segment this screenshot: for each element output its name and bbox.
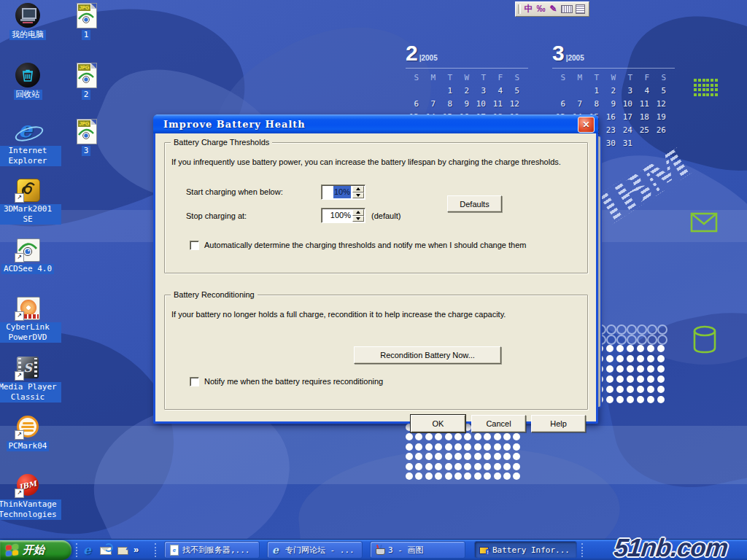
ime-symbol-button[interactable]: ‰ xyxy=(536,3,546,15)
dot xyxy=(606,376,614,383)
calendar-day: 9 xyxy=(456,99,473,109)
spin-up-button[interactable] xyxy=(352,186,364,192)
media-player-classic-icon: S↗ xyxy=(15,355,40,380)
spin-down-icon xyxy=(356,217,360,222)
calendar-day: 1 xyxy=(586,86,603,96)
dot xyxy=(425,472,433,480)
auto-thresholds-checkbox-label[interactable]: Automatically determine the charging thr… xyxy=(204,240,580,251)
wallpaper-grid-icon xyxy=(694,79,719,98)
quick-launch-show-desktop-icon[interactable] xyxy=(117,544,129,556)
dialog-titlebar[interactable]: Improve Battery Health ✕ xyxy=(153,114,598,133)
dot xyxy=(484,463,491,470)
dot xyxy=(503,472,511,480)
calendar-day: 2 xyxy=(603,86,619,96)
task-paint[interactable]: 3 - 画图 xyxy=(370,541,465,559)
improve-battery-health-dialog: Improve Battery Health ✕ Battery Charge … xyxy=(153,114,598,424)
quick-launch-ie-icon[interactable]: e xyxy=(82,544,94,556)
ime-input-mode-button[interactable]: 中 xyxy=(524,3,533,15)
calendar-weekday: S xyxy=(406,73,422,82)
calendar-day: 7 xyxy=(422,99,439,109)
calendar-weekday: T xyxy=(473,73,489,82)
calendar-day: 3 xyxy=(473,86,489,96)
pcmark04[interactable]: ↗PCMark04 xyxy=(0,414,61,451)
dot xyxy=(637,355,644,362)
dot xyxy=(445,463,452,470)
pcmark04-icon: ↗ xyxy=(15,414,40,439)
ime-drag-handle[interactable] xyxy=(518,4,521,14)
calendar-day: 6 xyxy=(406,99,422,109)
spin-up-icon xyxy=(356,209,360,214)
start-button[interactable]: 开始 xyxy=(0,540,71,560)
calendar-day: 8 xyxy=(439,99,456,109)
task-battery-information[interactable]: !Battery Infor... xyxy=(474,541,577,559)
notify-reconditioning-checkbox[interactable] xyxy=(190,377,199,386)
toolbar-grip[interactable] xyxy=(76,543,80,557)
calendar-day: 1 xyxy=(439,86,456,96)
calendar-day: 7 xyxy=(569,99,586,109)
task-server-not-found-label: 找不到服务器,... xyxy=(182,545,250,556)
jpg-1[interactable]: JPG1 xyxy=(53,3,120,40)
acdsee-40-label: ACDSee 4.0 xyxy=(1,264,54,274)
charge-description: If you infrequently use battery power, y… xyxy=(171,158,580,167)
calendar-week-row: 12345 xyxy=(552,83,675,96)
media-player-classic-label: Media Player Classic xyxy=(0,382,61,402)
start-charging-spinner[interactable]: 10% xyxy=(321,184,365,200)
dot xyxy=(647,335,657,345)
dot xyxy=(647,376,654,383)
calendar-weekday: W xyxy=(456,73,473,82)
calendar-day: 3 xyxy=(619,86,636,96)
dot xyxy=(657,376,665,383)
notify-reconditioning-checkbox-label[interactable]: Notify me when the battery requires reco… xyxy=(204,376,554,387)
dot xyxy=(494,433,501,440)
task-forum[interactable]: e专门网论坛 - ... xyxy=(267,541,363,559)
tray-grip[interactable] xyxy=(581,543,585,557)
ime-keyboard-icon[interactable] xyxy=(561,5,573,13)
dot xyxy=(616,355,624,362)
calendar-day: 11 xyxy=(489,99,506,109)
spin-up-icon xyxy=(356,185,360,190)
jpg-3-label: 3 xyxy=(82,146,91,156)
recondition-battery-now-button[interactable]: Recondition Battery Now... xyxy=(354,346,501,364)
ime-pen-icon[interactable]: ✎ xyxy=(549,3,558,15)
3dmark2001-se[interactable]: ↗3DMark2001 SE xyxy=(0,177,61,225)
calendar-day: 18 xyxy=(636,112,653,122)
spin-up-button[interactable] xyxy=(352,209,364,216)
help-button[interactable]: Help xyxy=(531,415,586,432)
defaults-button[interactable]: Defaults xyxy=(447,195,502,212)
dot xyxy=(657,386,665,393)
task-server-not-found[interactable]: e找不到服务器,... xyxy=(164,541,260,559)
media-player-classic[interactable]: S↗Media Player Classic xyxy=(0,355,61,402)
dot xyxy=(616,365,624,373)
jpg-3[interactable]: JPG3 xyxy=(53,119,120,156)
calendar-day: 9 xyxy=(603,99,619,109)
ime-toolbar[interactable]: 中 ‰ ✎ xyxy=(515,1,589,17)
acdsee-40-icon: ↗ xyxy=(15,237,40,262)
calendar-day: 25 xyxy=(636,125,653,135)
quick-launch-chevron-icon[interactable]: » xyxy=(133,544,139,555)
acdsee-40[interactable]: ↗ACDSee 4.0 xyxy=(0,237,61,274)
quick-launch-outlook-express-icon[interactable] xyxy=(99,544,112,556)
calendar-weekday: F xyxy=(489,73,506,82)
ime-menu-icon[interactable] xyxy=(576,4,585,14)
grid-cell xyxy=(706,84,709,87)
dot xyxy=(606,396,614,403)
dot xyxy=(513,463,520,470)
calendar-weekday: M xyxy=(569,73,586,82)
auto-thresholds-checkbox[interactable] xyxy=(190,241,199,250)
spin-down-button[interactable] xyxy=(352,192,364,199)
grid-cell xyxy=(715,79,718,82)
dot xyxy=(657,345,665,352)
thinkvantage-technologies[interactable]: IBM↗ThinkVantage Technologies xyxy=(0,472,61,520)
3dmark2001-se-icon: ↗ xyxy=(15,177,40,202)
cyberlink-powerdvd[interactable]: ↗CyberLink PowerDVD xyxy=(0,295,61,343)
dot xyxy=(606,345,614,352)
toolbar-grip[interactable] xyxy=(155,543,158,557)
close-button[interactable]: ✕ xyxy=(578,117,595,133)
close-icon: ✕ xyxy=(582,120,589,129)
spin-down-button[interactable] xyxy=(352,216,364,222)
cancel-button[interactable]: Cancel xyxy=(471,415,526,432)
ok-button[interactable]: OK xyxy=(411,415,465,432)
calendar-year: |2005 xyxy=(566,54,584,62)
jpg-2[interactable]: JPG2 xyxy=(53,63,120,100)
stop-charging-spinner[interactable]: 100% xyxy=(321,208,365,223)
